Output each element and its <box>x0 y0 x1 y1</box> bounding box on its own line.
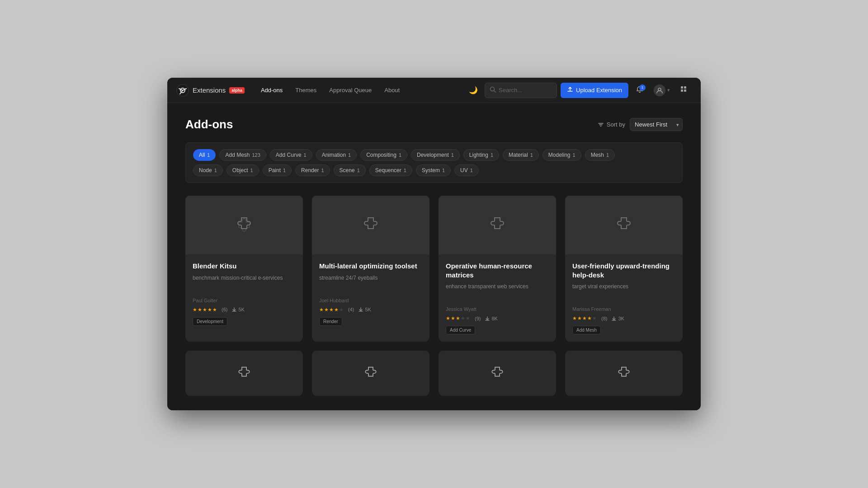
download-icon <box>359 307 363 312</box>
card-title: Multi-lateral optimizing toolset <box>319 262 422 271</box>
card-tags: Add Mesh <box>572 326 675 334</box>
puzzle-icon <box>360 214 382 236</box>
user-avatar <box>654 84 665 96</box>
card-body-user-friendly: User-friendly upward-trending help-desk … <box>565 254 683 342</box>
notifications-button[interactable]: 1 <box>632 83 647 98</box>
card-stub-2[interactable] <box>312 351 429 396</box>
sort-control: Sort by Newest First Oldest First Most P… <box>598 118 683 131</box>
nav-link-themes[interactable]: Themes <box>290 84 322 96</box>
blender-logo-icon <box>176 84 189 97</box>
filter-uv[interactable]: UV 1 <box>454 164 479 176</box>
card-meta: ★ ★ ★ ★ ★ (6) 5K <box>193 307 296 313</box>
star-5: ★ <box>212 307 217 313</box>
sort-icon <box>598 122 604 128</box>
star-3: ★ <box>329 307 334 313</box>
puzzle-icon <box>488 364 506 382</box>
star-2: ★ <box>198 307 202 313</box>
filter-add-mesh[interactable]: Add Mesh 123 <box>219 149 266 161</box>
star-2: ★ <box>324 307 329 313</box>
filter-lighting[interactable]: Lighting 1 <box>463 149 499 161</box>
star-5: ★ <box>592 315 597 321</box>
download-info: 3K <box>612 316 624 321</box>
nav-link-approval-queue[interactable]: Approval Queue <box>324 84 377 96</box>
sort-select[interactable]: Newest First Oldest First Most Popular A… <box>630 118 683 131</box>
nav-logo: Extensions alpha <box>176 84 245 97</box>
filter-all[interactable]: All 1 <box>193 149 216 161</box>
card-title: User-friendly upward-trending help-desk <box>572 262 675 279</box>
card-operative-human[interactable]: Operative human-resource matrices enhanc… <box>439 196 556 342</box>
download-icon <box>485 316 490 321</box>
dark-mode-button[interactable]: 🌙 <box>466 83 481 98</box>
filter-object[interactable]: Object 1 <box>226 164 259 176</box>
filter-system[interactable]: System 1 <box>416 164 451 176</box>
user-menu-button[interactable]: ▾ <box>651 83 673 98</box>
card-image-user-friendly <box>565 196 683 254</box>
star-1: ★ <box>572 315 577 321</box>
card-desc: streamline 24/7 eyeballs <box>319 274 422 291</box>
nav-link-add-ons[interactable]: Add-ons <box>255 84 288 96</box>
app-window: Extensions alpha Add-ons Themes Approval… <box>167 78 701 410</box>
filter-add-curve[interactable]: Add Curve 1 <box>270 149 312 161</box>
app-grid-button[interactable] <box>676 83 692 98</box>
svg-rect-11 <box>684 89 686 92</box>
star-5: ★ <box>339 307 344 313</box>
card-image-blender-kitsu <box>185 196 303 254</box>
download-count: 8K <box>491 316 497 321</box>
search-box[interactable] <box>485 83 557 98</box>
card-stub-3[interactable] <box>439 351 556 396</box>
puzzle-icon <box>615 364 633 382</box>
nav-actions: 🌙 Upload Extension <box>466 83 692 98</box>
card-desc: target viral experiences <box>572 283 675 299</box>
filter-development[interactable]: Development 1 <box>411 149 460 161</box>
upload-icon <box>567 86 573 94</box>
puzzle-icon <box>486 214 508 236</box>
filter-compositing[interactable]: Compositing 1 <box>360 149 407 161</box>
filter-animation[interactable]: Animation 1 <box>316 149 357 161</box>
star-1: ★ <box>319 307 324 313</box>
filter-sequencer[interactable]: Sequencer 1 <box>369 164 412 176</box>
card-multi-lateral[interactable]: Multi-lateral optimizing toolset streaml… <box>312 196 429 342</box>
svg-rect-10 <box>681 89 683 92</box>
navbar: Extensions alpha Add-ons Themes Approval… <box>167 78 701 103</box>
filter-mesh[interactable]: Mesh 1 <box>585 149 615 161</box>
star-5: ★ <box>466 315 470 321</box>
nav-link-about[interactable]: About <box>379 84 405 96</box>
card-tag-add-mesh: Add Mesh <box>572 326 601 334</box>
star-1: ★ <box>193 307 197 313</box>
filter-node[interactable]: Node 1 <box>193 164 223 176</box>
card-desc: enhance transparent web services <box>446 283 549 299</box>
card-stub-1[interactable] <box>185 351 303 396</box>
download-count: 5K <box>365 307 371 312</box>
search-input[interactable] <box>499 87 552 94</box>
card-author: Jessica Wyatt <box>446 306 549 312</box>
alpha-badge: alpha <box>229 87 245 94</box>
filter-paint[interactable]: Paint 1 <box>263 164 292 176</box>
filter-material[interactable]: Material 1 <box>503 149 539 161</box>
svg-line-6 <box>494 91 496 93</box>
star-3: ★ <box>582 315 587 321</box>
card-blender-kitsu[interactable]: Blender Kitsu benchmark mission-critical… <box>185 196 303 342</box>
star-4: ★ <box>334 307 339 313</box>
card-tags: Add Curve <box>446 326 549 334</box>
star-rating: ★ ★ ★ ★ ★ <box>319 307 344 313</box>
svg-rect-8 <box>681 86 683 89</box>
card-tag-development: Development <box>193 317 227 326</box>
card-body-operative-human: Operative human-resource matrices enhanc… <box>439 254 556 342</box>
card-stub-4[interactable] <box>565 351 683 396</box>
filter-row-2: Node 1 Object 1 Paint 1 Render 1 Scene <box>193 164 675 176</box>
card-tag-add-curve: Add Curve <box>446 326 475 334</box>
card-user-friendly[interactable]: User-friendly upward-trending help-desk … <box>565 196 683 342</box>
upload-extension-button[interactable]: Upload Extension <box>561 83 628 98</box>
download-count: 5K <box>238 307 244 312</box>
card-meta: ★ ★ ★ ★ ★ (9) 8K <box>446 315 549 321</box>
nav-links: Add-ons Themes Approval Queue About <box>255 84 405 96</box>
download-icon <box>612 316 616 321</box>
star-rating: ★ ★ ★ ★ ★ <box>572 315 597 321</box>
filter-scene[interactable]: Scene 1 <box>334 164 366 176</box>
rating-count: (6) <box>222 307 227 312</box>
filter-render[interactable]: Render 1 <box>295 164 330 176</box>
card-tags: Development <box>193 317 296 326</box>
filter-modeling[interactable]: Modeling 1 <box>542 149 581 161</box>
star-2: ★ <box>451 315 455 321</box>
puzzle-icon <box>233 214 255 236</box>
